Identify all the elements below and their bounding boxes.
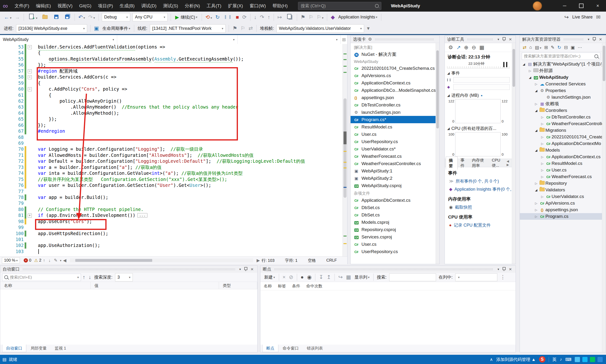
tree-item-ApplicationDbContext.cs[interactable]: ▷C#ApplicationDbContext.cs — [520, 154, 602, 160]
autos-search-input[interactable]: 搜索(Ctrl+E) ▾ — [2, 274, 81, 281]
tree-item-ResultModel.cs[interactable]: ▷C#ResultModel.cs — [520, 160, 602, 167]
delete-all-breakpoints-icon[interactable]: ⊘ — [287, 274, 295, 280]
tree-item-Migrations[interactable]: ◢Migrations — [520, 127, 602, 134]
stop-debugging-icon[interactable]: ■ — [234, 14, 241, 20]
autos-tab-局部变量[interactable]: 局部变量 — [27, 345, 50, 352]
expanded-arrow-icon[interactable]: ◢ — [521, 63, 526, 66]
disable-all-breakpoints-icon[interactable]: ● — [299, 274, 305, 280]
show-all-files-icon[interactable]: ▣ — [569, 45, 576, 50]
open-document-item[interactable]: C#WeatherForecastController.cs — [350, 160, 436, 167]
editor-vertical-scrollbar[interactable] — [343, 44, 347, 257]
record-cpu-profile-link[interactable]: ● 记录 CPU 配置文件 — [445, 221, 512, 229]
code-line[interactable]: 78var app = builder.Build(); — [0, 195, 343, 200]
tree-item-Validators[interactable]: ◢Validators — [520, 187, 602, 193]
lifecycle-events-button[interactable]: 生命周期事件▾ — [101, 24, 132, 33]
process-select[interactable]: [31636] WebApiStudy.exe▾ — [16, 24, 87, 33]
drag-grip[interactable] — [274, 268, 493, 270]
column-header-命中次数[interactable]: 命中次数 — [306, 283, 323, 289]
menu-文件(F)[interactable]: 文件(F) — [11, 0, 32, 12]
toggle-all-breakpoints-icon[interactable]: ◉ — [305, 274, 313, 280]
code-line[interactable]: 69 — [0, 140, 343, 146]
new-item-icon[interactable]: ⊞ — [543, 45, 549, 50]
prev-issue-icon[interactable]: ↑ — [41, 258, 47, 263]
drag-grip[interactable] — [563, 38, 583, 40]
gear-icon[interactable]: ⚙ — [368, 37, 372, 42]
hidden-icons-chevron[interactable]: ∧ — [490, 357, 493, 362]
collapsed-arrow-icon[interactable]: ▷ — [527, 69, 533, 73]
application-insights-events-link[interactable]: ◆ Application Insights 事件(0 个, — [445, 185, 512, 193]
open-document-item[interactable]: C#DbTestController.cs — [350, 101, 436, 109]
expanded-arrow-icon[interactable]: ◢ — [534, 149, 539, 152]
close-icon[interactable]: × — [508, 36, 513, 42]
scroll-right-icon[interactable]: ▶ — [255, 258, 262, 263]
menu-窗口(W)[interactable]: 窗口(W) — [246, 0, 269, 12]
code-line[interactable]: 66}); — [0, 122, 343, 128]
autos-header[interactable]: 自动窗口 ▾ × — [0, 266, 257, 273]
menu-视图(V)[interactable]: 视图(V) — [54, 0, 76, 12]
tree-item--[interactable]: ▷▦依赖项 — [520, 101, 602, 107]
code-line[interactable]: 71var AllowedHosts = builder.Configurati… — [0, 152, 343, 158]
column-header-类型[interactable]: 类型 — [219, 282, 257, 289]
close-icon[interactable]: × — [598, 36, 603, 42]
open-document-item[interactable]: C#User.cs — [350, 241, 436, 248]
close-button[interactable]: × — [589, 0, 606, 12]
quick-search-input[interactable]: 搜索 (Ctrl+Q) — [298, 2, 381, 10]
open-document-item[interactable]: C#UserRepository.cs — [350, 138, 436, 145]
fold-expand-icon[interactable]: + — [28, 214, 32, 218]
maximize-button[interactable] — [573, 0, 589, 12]
solution-platform-select[interactable]: Any CPU▾ — [133, 13, 168, 21]
collapsed-arrow-icon[interactable]: ▷ — [540, 169, 545, 172]
open-document-item[interactable]: C#DbSet.cs — [350, 211, 436, 219]
collapse-all-icon[interactable]: ⊟ — [563, 45, 569, 50]
tray-app-qq-icon[interactable] — [582, 357, 588, 362]
step-into-icon[interactable]: ↓ — [252, 14, 258, 20]
menu-测试(S)[interactable]: 测试(S) — [160, 0, 181, 12]
open-document-item[interactable]: C#DbSet.cs — [350, 204, 436, 211]
new-file-icon[interactable]: ▾ — [26, 14, 39, 21]
split-window-icon[interactable]: ⊞ — [342, 37, 346, 42]
reset-view-icon[interactable]: ▦ — [478, 44, 486, 51]
tabs-panel-scrollbar[interactable] — [436, 43, 439, 264]
zoom-out-icon[interactable]: ⊖ — [470, 44, 478, 51]
warning-icon[interactable]: ⚠ — [34, 258, 38, 263]
code-area[interactable]: 53−builder.Services.AddFluentValidation(… — [0, 44, 343, 257]
break-all-icon[interactable] — [221, 14, 234, 20]
tray-app-wechat-icon[interactable] — [590, 357, 595, 362]
live-share-button[interactable]: Live Share — [570, 13, 595, 22]
code-line[interactable]: 61 { — [0, 92, 343, 98]
redo-icon[interactable]: ↷▾ — [87, 14, 96, 20]
code-line[interactable]: 80// Configure the HTTP request pipeline… — [0, 207, 343, 212]
code-line[interactable]: 67#endregion — [0, 128, 343, 134]
restart-icon[interactable]: ↻ — [214, 14, 221, 20]
add-to-source-control-button[interactable]: 添加到源代码管理 ▲ — [496, 357, 536, 362]
fold-collapse-icon[interactable]: − — [28, 87, 32, 91]
search-down-icon[interactable]: ↓ — [87, 274, 93, 280]
delete-breakpoint-icon[interactable]: × — [281, 274, 287, 280]
tree-item-20221020101704-CreateS[interactable]: ▷C#20221020101704_CreateS — [520, 134, 602, 140]
open-document-item-selected[interactable]: C#Program.cs* — [350, 116, 436, 123]
menu-Git(G)[interactable]: Git(G) — [76, 0, 95, 12]
pin-icon[interactable] — [593, 37, 596, 40]
code-line[interactable]: 101 — [0, 236, 343, 242]
diagnostics-tab-内存使用率[interactable]: 内存使用率 — [469, 156, 489, 169]
save-icon[interactable] — [51, 14, 62, 20]
open-document-item[interactable]: C#User.cs — [350, 130, 436, 138]
minimize-button[interactable]: ─ — [556, 0, 573, 12]
fold-collapse-icon[interactable]: − — [28, 45, 32, 49]
prev-bookmark-icon[interactable]: ⚐ — [307, 14, 315, 20]
breakpoints-tab-命令窗口[interactable]: 命令窗口 — [279, 345, 303, 352]
refresh-app-icon[interactable]: ⟳ — [241, 14, 248, 20]
export-breakpoints-icon[interactable]: ↧ — [317, 274, 325, 280]
open-document-item[interactable]: C#ResultModel.cs — [350, 123, 436, 130]
tree-item-UserValidator.cs[interactable]: ▷C#UserValidator.cs — [520, 193, 602, 200]
diagnostics-settings-icon[interactable]: ⚙ — [447, 44, 455, 51]
column-header-条件[interactable]: 条件 — [292, 283, 300, 289]
collapsed-arrow-icon[interactable]: ▷ — [540, 135, 545, 139]
drag-grip[interactable] — [23, 268, 235, 270]
collapsed-arrow-icon[interactable]: ▷ — [534, 82, 539, 86]
collapsed-region-box[interactable]: ... — [137, 213, 148, 218]
code-line[interactable]: 60− c.AddPolicy("Cors", policy => — [0, 86, 343, 92]
tray-app-docs-icon[interactable] — [597, 357, 603, 362]
feedback-icon[interactable]: ✉ — [595, 14, 602, 20]
collapsed-arrow-icon[interactable]: ▷ — [540, 116, 545, 119]
